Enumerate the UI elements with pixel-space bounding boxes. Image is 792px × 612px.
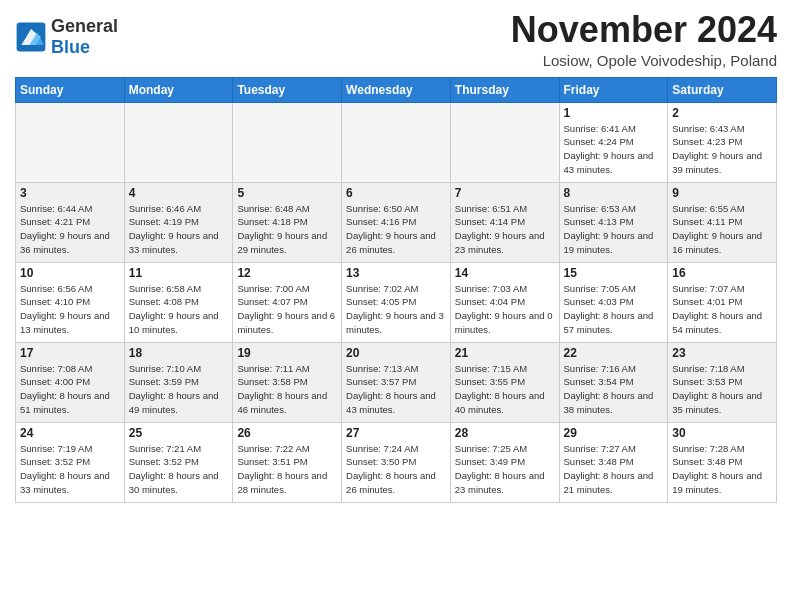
day-info: Sunrise: 6:56 AM Sunset: 4:10 PM Dayligh… [20,282,120,337]
day-info: Sunrise: 7:05 AM Sunset: 4:03 PM Dayligh… [564,282,664,337]
day-info: Sunrise: 7:16 AM Sunset: 3:54 PM Dayligh… [564,362,664,417]
day-info: Sunrise: 6:48 AM Sunset: 4:18 PM Dayligh… [237,202,337,257]
day-number: 19 [237,346,337,360]
day-number: 14 [455,266,555,280]
calendar-week-4: 17Sunrise: 7:08 AM Sunset: 4:00 PM Dayli… [16,342,777,422]
calendar-cell [233,102,342,182]
title-area: November 2024 Losiow, Opole Voivodeship,… [511,10,777,69]
calendar-cell: 3Sunrise: 6:44 AM Sunset: 4:21 PM Daylig… [16,182,125,262]
calendar-cell [450,102,559,182]
day-number: 1 [564,106,664,120]
calendar-cell: 29Sunrise: 7:27 AM Sunset: 3:48 PM Dayli… [559,422,668,502]
header: General Blue November 2024 Losiow, Opole… [15,10,777,69]
day-number: 9 [672,186,772,200]
day-number: 10 [20,266,120,280]
calendar-cell: 30Sunrise: 7:28 AM Sunset: 3:48 PM Dayli… [668,422,777,502]
day-number: 29 [564,426,664,440]
day-info: Sunrise: 7:25 AM Sunset: 3:49 PM Dayligh… [455,442,555,497]
calendar-week-3: 10Sunrise: 6:56 AM Sunset: 4:10 PM Dayli… [16,262,777,342]
calendar-cell: 25Sunrise: 7:21 AM Sunset: 3:52 PM Dayli… [124,422,233,502]
day-number: 3 [20,186,120,200]
calendar-table: SundayMondayTuesdayWednesdayThursdayFrid… [15,77,777,503]
day-info: Sunrise: 7:07 AM Sunset: 4:01 PM Dayligh… [672,282,772,337]
day-info: Sunrise: 7:00 AM Sunset: 4:07 PM Dayligh… [237,282,337,337]
calendar-cell: 2Sunrise: 6:43 AM Sunset: 4:23 PM Daylig… [668,102,777,182]
weekday-header-saturday: Saturday [668,77,777,102]
location-subtitle: Losiow, Opole Voivodeship, Poland [511,52,777,69]
day-number: 30 [672,426,772,440]
calendar-cell: 11Sunrise: 6:58 AM Sunset: 4:08 PM Dayli… [124,262,233,342]
calendar-cell: 20Sunrise: 7:13 AM Sunset: 3:57 PM Dayli… [342,342,451,422]
logo: General Blue [15,16,118,57]
day-number: 15 [564,266,664,280]
calendar-week-5: 24Sunrise: 7:19 AM Sunset: 3:52 PM Dayli… [16,422,777,502]
calendar-cell: 8Sunrise: 6:53 AM Sunset: 4:13 PM Daylig… [559,182,668,262]
calendar-cell: 27Sunrise: 7:24 AM Sunset: 3:50 PM Dayli… [342,422,451,502]
day-number: 7 [455,186,555,200]
calendar-cell: 19Sunrise: 7:11 AM Sunset: 3:58 PM Dayli… [233,342,342,422]
calendar-cell: 4Sunrise: 6:46 AM Sunset: 4:19 PM Daylig… [124,182,233,262]
day-number: 23 [672,346,772,360]
day-info: Sunrise: 7:10 AM Sunset: 3:59 PM Dayligh… [129,362,229,417]
logo-icon [15,21,47,53]
day-number: 11 [129,266,229,280]
day-info: Sunrise: 7:03 AM Sunset: 4:04 PM Dayligh… [455,282,555,337]
day-number: 8 [564,186,664,200]
day-number: 25 [129,426,229,440]
calendar-cell: 10Sunrise: 6:56 AM Sunset: 4:10 PM Dayli… [16,262,125,342]
calendar-cell: 7Sunrise: 6:51 AM Sunset: 4:14 PM Daylig… [450,182,559,262]
day-number: 22 [564,346,664,360]
day-number: 5 [237,186,337,200]
logo-text: General Blue [51,16,118,57]
day-info: Sunrise: 6:55 AM Sunset: 4:11 PM Dayligh… [672,202,772,257]
day-number: 24 [20,426,120,440]
calendar-cell: 22Sunrise: 7:16 AM Sunset: 3:54 PM Dayli… [559,342,668,422]
day-info: Sunrise: 7:02 AM Sunset: 4:05 PM Dayligh… [346,282,446,337]
calendar-cell: 16Sunrise: 7:07 AM Sunset: 4:01 PM Dayli… [668,262,777,342]
day-info: Sunrise: 6:46 AM Sunset: 4:19 PM Dayligh… [129,202,229,257]
day-number: 21 [455,346,555,360]
weekday-header-sunday: Sunday [16,77,125,102]
calendar-cell: 9Sunrise: 6:55 AM Sunset: 4:11 PM Daylig… [668,182,777,262]
calendar-cell: 14Sunrise: 7:03 AM Sunset: 4:04 PM Dayli… [450,262,559,342]
day-info: Sunrise: 7:21 AM Sunset: 3:52 PM Dayligh… [129,442,229,497]
day-info: Sunrise: 6:44 AM Sunset: 4:21 PM Dayligh… [20,202,120,257]
day-number: 2 [672,106,772,120]
day-info: Sunrise: 6:43 AM Sunset: 4:23 PM Dayligh… [672,122,772,177]
calendar-week-2: 3Sunrise: 6:44 AM Sunset: 4:21 PM Daylig… [16,182,777,262]
day-number: 27 [346,426,446,440]
calendar-cell: 15Sunrise: 7:05 AM Sunset: 4:03 PM Dayli… [559,262,668,342]
day-number: 4 [129,186,229,200]
day-number: 13 [346,266,446,280]
calendar-cell: 23Sunrise: 7:18 AM Sunset: 3:53 PM Dayli… [668,342,777,422]
calendar-cell [124,102,233,182]
day-info: Sunrise: 7:13 AM Sunset: 3:57 PM Dayligh… [346,362,446,417]
calendar-cell: 26Sunrise: 7:22 AM Sunset: 3:51 PM Dayli… [233,422,342,502]
calendar-cell: 17Sunrise: 7:08 AM Sunset: 4:00 PM Dayli… [16,342,125,422]
weekday-header-monday: Monday [124,77,233,102]
calendar-cell [16,102,125,182]
day-info: Sunrise: 7:24 AM Sunset: 3:50 PM Dayligh… [346,442,446,497]
day-number: 12 [237,266,337,280]
calendar-cell: 18Sunrise: 7:10 AM Sunset: 3:59 PM Dayli… [124,342,233,422]
weekday-header-row: SundayMondayTuesdayWednesdayThursdayFrid… [16,77,777,102]
day-info: Sunrise: 7:19 AM Sunset: 3:52 PM Dayligh… [20,442,120,497]
day-info: Sunrise: 6:50 AM Sunset: 4:16 PM Dayligh… [346,202,446,257]
calendar-week-1: 1Sunrise: 6:41 AM Sunset: 4:24 PM Daylig… [16,102,777,182]
day-info: Sunrise: 7:11 AM Sunset: 3:58 PM Dayligh… [237,362,337,417]
calendar-cell: 24Sunrise: 7:19 AM Sunset: 3:52 PM Dayli… [16,422,125,502]
calendar-cell: 28Sunrise: 7:25 AM Sunset: 3:49 PM Dayli… [450,422,559,502]
weekday-header-thursday: Thursday [450,77,559,102]
day-info: Sunrise: 7:08 AM Sunset: 4:00 PM Dayligh… [20,362,120,417]
day-number: 18 [129,346,229,360]
calendar-cell [342,102,451,182]
month-title: November 2024 [511,10,777,50]
day-number: 6 [346,186,446,200]
day-number: 16 [672,266,772,280]
calendar-cell: 5Sunrise: 6:48 AM Sunset: 4:18 PM Daylig… [233,182,342,262]
day-number: 26 [237,426,337,440]
day-number: 20 [346,346,446,360]
calendar-cell: 6Sunrise: 6:50 AM Sunset: 4:16 PM Daylig… [342,182,451,262]
weekday-header-tuesday: Tuesday [233,77,342,102]
day-info: Sunrise: 7:15 AM Sunset: 3:55 PM Dayligh… [455,362,555,417]
